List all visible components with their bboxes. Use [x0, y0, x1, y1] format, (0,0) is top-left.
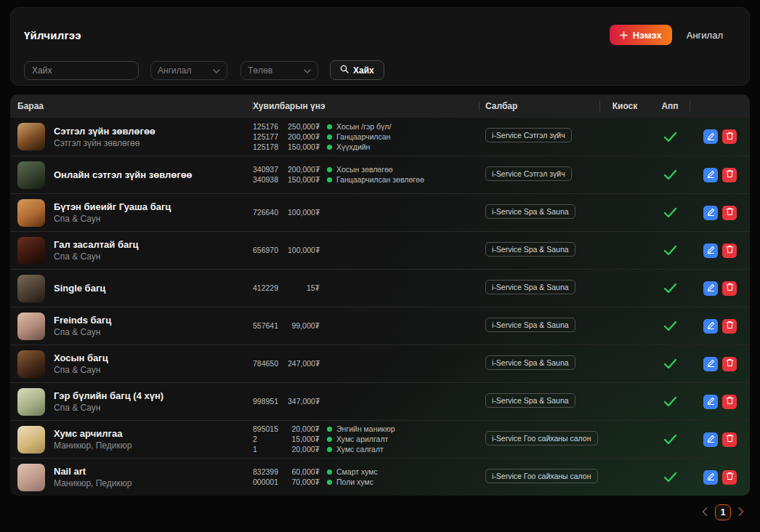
- variant-price: 200,000₮: [288, 165, 320, 174]
- check-icon: [663, 358, 677, 369]
- app-cell: [650, 321, 690, 331]
- branch-chip: i-Service Spa & Sauna: [485, 393, 575, 408]
- trash-icon: [726, 132, 734, 142]
- delete-button[interactable]: [722, 243, 737, 258]
- check-icon: [663, 434, 677, 445]
- prev-page-button[interactable]: [700, 506, 709, 520]
- variant-code: 998951: [253, 397, 288, 406]
- status-dot-icon: [327, 469, 332, 475]
- variants-cell: 832399 60,000₮ Смарт хумс 000001 70,000₮…: [253, 467, 480, 487]
- page-title: Үйлчилгээ: [24, 29, 81, 41]
- delete-button[interactable]: [722, 281, 737, 296]
- product-subtitle: Спа & Саун: [54, 365, 108, 375]
- delete-button[interactable]: [722, 395, 737, 409]
- edit-button[interactable]: [703, 129, 718, 144]
- actions-cell: [690, 168, 750, 182]
- actions-cell: [690, 243, 750, 258]
- branch-cell: i-Service Spa & Sauna: [480, 393, 600, 411]
- variants-cell: 125176 250,000₮ Хосын /гэр бүл/ 125177 2…: [253, 122, 480, 152]
- filter-row: Ангилал Төлөв Хайх: [24, 60, 736, 80]
- variant-price: 250,000₮: [288, 122, 320, 132]
- column-header-branch: Салбар: [480, 94, 600, 118]
- variant-line: 832399 60,000₮ Смарт хумс: [253, 467, 480, 477]
- variant-price: 247,000₮: [288, 359, 320, 368]
- category-link[interactable]: Ангилал: [687, 30, 723, 41]
- edit-button[interactable]: [703, 168, 718, 182]
- status-select[interactable]: Төлөв: [240, 61, 318, 80]
- app-cell: [650, 358, 690, 369]
- column-header-kiosk: Киоск: [600, 94, 650, 118]
- category-select[interactable]: Ангилал: [150, 61, 227, 80]
- check-icon: [663, 283, 677, 294]
- edit-button[interactable]: [703, 243, 718, 258]
- next-page-button[interactable]: [737, 506, 745, 520]
- edit-button[interactable]: [703, 206, 718, 220]
- variant-line: 726640 100,000₮: [253, 208, 480, 217]
- branch-cell: i-Service Сэтгэл зүйч: [480, 166, 600, 184]
- chevron-down-icon: [304, 65, 311, 76]
- pencil-icon: [707, 434, 715, 445]
- status-dot-icon: [327, 134, 332, 140]
- branch-chip: i-Service Spa & Sauna: [485, 280, 575, 294]
- page-background: { "colors": { "add_gradient_start": "#d8…: [0, 0, 760, 532]
- header-card: Үйлчилгээ Нэмэх Ангилал Ангилал Төлөв: [10, 7, 750, 86]
- status-dot-icon: [327, 437, 332, 442]
- kiosk-cell: [600, 434, 650, 445]
- variant-line: 125176 250,000₮ Хосын /гэр бүл/: [253, 122, 480, 132]
- variant-label: Хүүхдийн: [336, 142, 370, 152]
- branch-cell: i-Service Сэтгэл зүйч: [480, 128, 600, 145]
- pagination: 1: [700, 504, 745, 520]
- check-icon: [663, 321, 677, 331]
- chevron-down-icon: [213, 65, 220, 76]
- branch-chip: i-Service Spa & Sauna: [485, 355, 575, 370]
- app-cell: [650, 132, 690, 142]
- status-dot-icon: [327, 167, 332, 172]
- actions-cell: [690, 357, 750, 371]
- table-row: Бүтэн биеийг Гуаша багц Спа & Саун 72664…: [10, 193, 750, 231]
- column-header-app: Апп: [650, 94, 690, 118]
- variants-cell: 412229 15₮: [253, 283, 480, 293]
- edit-button[interactable]: [703, 281, 718, 296]
- edit-button[interactable]: [703, 432, 718, 447]
- edit-button[interactable]: [703, 319, 718, 334]
- variant-price: 100,000₮: [288, 246, 320, 255]
- variant-price: 15₮: [288, 283, 320, 293]
- variant-code: 832399: [253, 467, 288, 477]
- app-cell: [650, 472, 690, 483]
- variant-code: 656970: [253, 246, 288, 255]
- delete-button[interactable]: [722, 129, 737, 144]
- delete-button[interactable]: [722, 470, 737, 485]
- product-cell: Хосын багц Спа & Саун: [10, 350, 253, 378]
- add-button[interactable]: Нэмэх: [610, 25, 672, 45]
- edit-button[interactable]: [703, 470, 718, 485]
- delete-button[interactable]: [722, 168, 737, 182]
- category-select-value: Ангилал: [158, 65, 191, 76]
- delete-button[interactable]: [722, 357, 737, 371]
- variant-line: 895015 20,000₮ Энгийн маникюр: [253, 424, 480, 434]
- actions-cell: [690, 395, 750, 409]
- product-cell: Бүтэн биеийг Гуаша багц Спа & Саун: [10, 199, 253, 227]
- table-body: Сэтгэл зүйн зөвлөгөө Сэтгэл зүйн зөвлөгө…: [10, 118, 750, 496]
- variant-line: 000001 70,000₮ Поли хумс: [253, 477, 480, 487]
- delete-button[interactable]: [722, 319, 737, 334]
- header-top-row: Үйлчилгээ Нэмэх Ангилал: [24, 18, 736, 52]
- variants-cell: 557641 99,000₮: [253, 321, 480, 331]
- variants-cell: 998951 347,000₮: [253, 397, 480, 406]
- edit-button[interactable]: [703, 357, 718, 371]
- search-button[interactable]: Хайх: [330, 60, 384, 80]
- variant-price: 60,000₮: [288, 467, 320, 477]
- search-icon: [340, 65, 349, 76]
- branch-chip: i-Service Гоо сайханы салон: [485, 431, 598, 446]
- pencil-icon: [707, 245, 715, 256]
- edit-button[interactable]: [703, 395, 718, 409]
- search-input[interactable]: [24, 61, 139, 80]
- variant-line: 340938 150,000₮ Ганцаарчилсан зөвлөгөө: [253, 175, 480, 185]
- product-subtitle: Спа & Саун: [54, 251, 139, 262]
- delete-button[interactable]: [722, 432, 737, 447]
- variant-price: 15,000₮: [288, 435, 320, 444]
- variant-code: 125176: [253, 122, 288, 132]
- pencil-icon: [707, 396, 715, 407]
- delete-button[interactable]: [722, 206, 737, 220]
- current-page-button[interactable]: 1: [715, 504, 731, 520]
- product-cell: Гал засалтай багц Спа & Саун: [10, 237, 253, 265]
